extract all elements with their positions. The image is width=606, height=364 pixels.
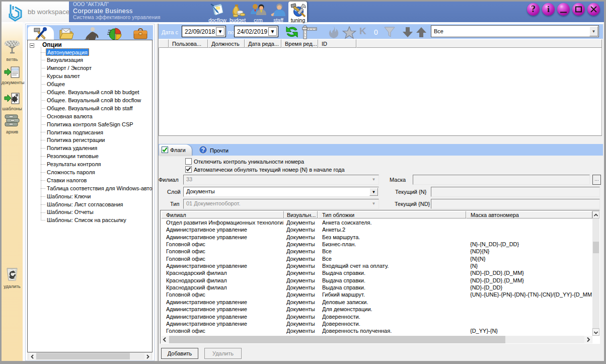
- svg-text:?: ?: [201, 147, 205, 154]
